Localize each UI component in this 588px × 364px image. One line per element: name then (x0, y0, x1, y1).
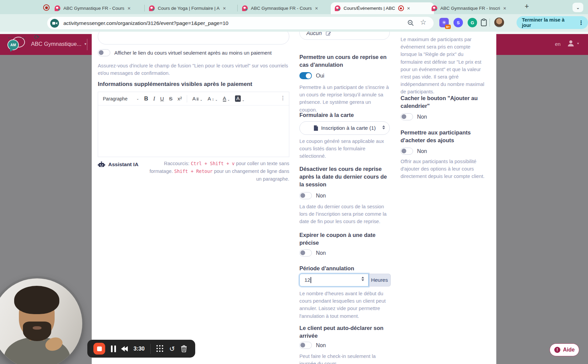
underline-button[interactable]: U (160, 96, 164, 102)
rich-text-editor[interactable]: Paragraphe ⌄ B I U S x² A ⌄ A ↕ ⌄ A ⌄ (98, 92, 289, 157)
rewind-button[interactable] (122, 346, 128, 352)
bookmark-star-icon[interactable]: ☆ (420, 18, 427, 26)
zoom-icon[interactable] (407, 20, 414, 26)
profile-avatar[interactable] (494, 18, 504, 27)
person-icon (566, 39, 575, 48)
font-color-dropdown[interactable]: A ⌄ (223, 96, 230, 101)
checkin-state: Non (316, 342, 326, 348)
period-unit-button[interactable]: Heures (369, 274, 391, 286)
hide-calendar-toggle[interactable] (401, 113, 413, 120)
disable-makeup-toggle[interactable] (299, 192, 312, 199)
alacarte-select[interactable]: Inscription à la carte (1) (299, 121, 390, 135)
new-tab-button[interactable]: + (525, 2, 529, 11)
info-heading: Informations supplémentaires visibles ap… (98, 81, 252, 88)
url-text: activitymessenger.com/organization/3126/… (63, 20, 228, 26)
tab-1[interactable]: ABC Gymnastique FR - Cours ✕ (51, 2, 152, 14)
superscript-button[interactable]: x² (178, 96, 182, 102)
caret-down-icon: ▾ (84, 42, 86, 46)
highlight-color-dropdown[interactable]: A ⌄ (235, 95, 244, 102)
paragraph-style-dropdown[interactable]: Paragraphe ⌄ (103, 96, 139, 101)
line-height-dropdown[interactable]: A ↕ ⌄ (208, 96, 218, 101)
restart-recording-button[interactable]: ↺ (169, 345, 175, 352)
favicon-am (335, 5, 341, 11)
tab-close-icon[interactable]: ✕ (223, 6, 226, 11)
hide-calendar-toggle-row: Non (401, 113, 427, 120)
update-label: Terminer la mise à jour (522, 17, 574, 28)
tab-2[interactable]: Cours de Yoga | Formulaire | A ✕ (145, 2, 245, 14)
strikethrough-button[interactable]: S (169, 96, 172, 102)
text-caret (311, 277, 311, 283)
extension-icon[interactable]: ✳ 9+ (439, 18, 449, 27)
favicon-am (55, 5, 60, 11)
makeup-toggle[interactable] (299, 72, 312, 79)
tab-3[interactable]: ABC Gymnastique FR - Cours ✕ (238, 2, 338, 14)
makeup-help: Permettre à un participant de s'inscrire… (299, 84, 390, 114)
period-input[interactable]: 12 (299, 274, 369, 286)
stripe-extension-icon[interactable]: S (453, 18, 463, 27)
ai-assistant-button[interactable]: Assistant IA (98, 161, 139, 168)
hide-calendar-heading: Cacher le bouton "Ajouter au calendrier" (401, 94, 486, 110)
favicon-am (149, 5, 155, 11)
help-label: Aide (563, 347, 575, 353)
alacarte-value: Inscription à la carte (1) (321, 125, 376, 131)
alacarte-heading: Formulaire à la carte (299, 111, 390, 119)
ai-assistant-label: Assistant IA (108, 161, 139, 168)
help-button[interactable]: ! Aide (550, 343, 579, 356)
grammarly-extension-icon[interactable]: G (468, 18, 477, 27)
tab-5[interactable]: ABC Gymnastique FR - Inscri ✕ (428, 2, 527, 14)
tab-title: ABC Gymnastique FR - Inscri (440, 6, 500, 11)
checkin-help: Peut faire le check-in seulement la jour… (299, 353, 390, 364)
effects-grid-icon[interactable] (156, 345, 164, 352)
disable-makeup-state: Non (316, 193, 326, 199)
stop-recording-button[interactable] (93, 343, 105, 355)
chevron-down-icon: ⌄ (136, 97, 139, 100)
webcam-bubble[interactable] (0, 278, 82, 364)
chevron-down-icon: ⌄ (227, 98, 230, 101)
period-input-group: 12 Heures (299, 274, 391, 286)
tab-recording-icon (398, 5, 404, 11)
tab-close-icon[interactable]: ✕ (503, 6, 506, 11)
tab-4-active[interactable]: Cours/Événements | ABC ✕ (331, 2, 434, 14)
browser-chrome: ABC Gymnastique FR - Cours ✕ Cours de Yo… (0, 0, 588, 32)
tab-close-icon[interactable]: ✕ (315, 6, 318, 11)
language-switch[interactable]: en (555, 41, 561, 47)
virtual-link-toggle[interactable] (98, 49, 110, 56)
bold-button[interactable]: B (144, 95, 148, 102)
text-align-dropdown[interactable]: A ⌄ (192, 96, 202, 101)
reload-button[interactable]: ⟳ (32, 32, 42, 42)
back-button[interactable]: ← (5, 32, 15, 42)
number-spinner[interactable] (361, 277, 364, 281)
update-chrome-button[interactable]: Terminer la mise à jour ⋮ (517, 16, 588, 29)
pause-button[interactable] (111, 345, 116, 352)
period-help: Le nombre d'heures avant le début du cou… (299, 290, 390, 320)
addons-toggle[interactable] (401, 148, 413, 155)
tab-search-button[interactable]: ⌄ (572, 3, 583, 12)
help-exclaim-icon: ! (554, 347, 560, 353)
period-value: 12 (304, 277, 310, 283)
disable-makeup-heading: Désactiver les cours de reprise après la… (299, 165, 390, 188)
expire-state: Non (316, 250, 326, 256)
checkin-heading: Le client peut auto-déclarer son arrivée (299, 324, 390, 340)
select-arrows-icon (382, 125, 385, 129)
screen-record-badge-icon[interactable] (50, 19, 59, 28)
tab-title: Cours/Événements | ABC (344, 6, 395, 11)
tab-title: ABC Gymnastique FR - Cours (251, 6, 312, 11)
expire-toggle[interactable] (299, 249, 312, 256)
screen: AM ABC Gymnastique... ▾ en ▾ Afficher le… (0, 0, 588, 364)
toolbar-more-button[interactable]: ⋮ (280, 95, 286, 101)
user-menu[interactable]: ▾ (566, 39, 579, 48)
delete-recording-button[interactable] (181, 345, 187, 352)
forward-button[interactable]: → (18, 32, 28, 42)
italic-button[interactable]: I (153, 95, 155, 102)
updown-arrow-icon: ↕ (212, 97, 214, 101)
addons-toggle-row: Non (401, 148, 427, 155)
tab-close-icon[interactable]: ✕ (407, 6, 410, 11)
addons-state: Non (417, 148, 427, 154)
clipboard-extension-icon[interactable] (480, 19, 488, 27)
tab-title: ABC Gymnastique FR - Cours (63, 6, 124, 11)
period-heading: Période d'annulation (299, 265, 390, 272)
checkin-toggle[interactable] (299, 342, 312, 349)
address-bar[interactable]: activitymessenger.com/organization/3126/… (47, 17, 434, 29)
chrome-menu-icon[interactable]: ⋮ (578, 19, 584, 26)
tab-close-icon[interactable]: ✕ (127, 6, 131, 11)
